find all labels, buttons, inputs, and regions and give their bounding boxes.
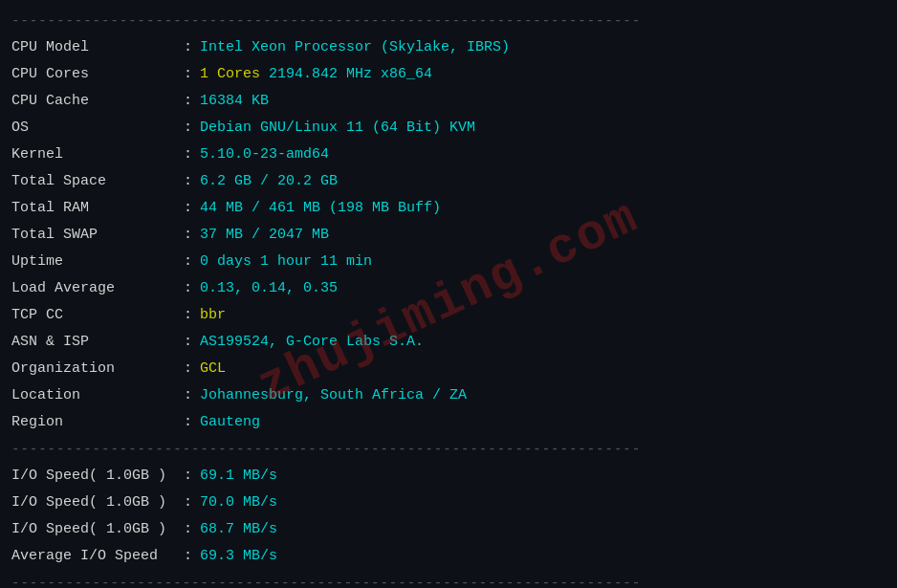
io-speed-2-label: I/O Speed( 1.0GB ) bbox=[11, 491, 184, 514]
io-speed-1-label: I/O Speed( 1.0GB ) bbox=[11, 465, 184, 488]
table-row: ASN & ISP : AS199524, G-Core Labs S.A. bbox=[11, 329, 886, 356]
table-row: CPU Cache : 16384 KB bbox=[11, 88, 886, 115]
divider-top: ----------------------------------------… bbox=[11, 13, 886, 29]
table-row: Location : Johannesburg, South Africa / … bbox=[11, 382, 886, 409]
total-swap-value: 37 MB / 2047 MB bbox=[200, 224, 329, 247]
cpu-cores-value-2: 2194.842 MHz x86_64 bbox=[269, 63, 432, 86]
table-row: Load Average : 0.13, 0.14, 0.35 bbox=[11, 275, 886, 302]
total-ram-value: 44 MB / 461 MB (198 MB Buff) bbox=[200, 197, 441, 220]
cpu-cores-label: CPU Cores bbox=[11, 63, 184, 86]
table-row: CPU Model : Intel Xeon Processor (Skylak… bbox=[11, 34, 886, 61]
region-label: Region bbox=[11, 411, 184, 434]
total-swap-label: Total SWAP bbox=[11, 224, 184, 247]
total-space-value: 6.2 GB / 20.2 GB bbox=[200, 170, 338, 193]
divider-mid: ----------------------------------------… bbox=[11, 442, 886, 457]
table-row: Region : Gauteng bbox=[11, 409, 886, 436]
location-label: Location bbox=[11, 384, 184, 407]
cpu-cache-value: 16384 KB bbox=[200, 90, 269, 113]
table-row: CPU Cores : 1 Cores 2194.842 MHz x86_64 bbox=[11, 61, 886, 88]
cpu-cache-label: CPU Cache bbox=[11, 90, 184, 113]
cpu-cores-value-1: 1 Cores bbox=[200, 63, 269, 86]
main-container: ----------------------------------------… bbox=[0, 0, 897, 588]
table-row: Organization : GCL bbox=[11, 356, 886, 382]
organization-label: Organization bbox=[11, 358, 184, 381]
kernel-label: Kernel bbox=[11, 143, 184, 166]
cpu-model-label: CPU Model bbox=[11, 36, 184, 59]
divider-bottom: ----------------------------------------… bbox=[11, 576, 886, 588]
region-value: Gauteng bbox=[200, 411, 260, 434]
total-space-label: Total Space bbox=[11, 170, 184, 193]
total-ram-label: Total RAM bbox=[11, 197, 184, 220]
uptime-value: 0 days 1 hour 11 min bbox=[200, 250, 372, 273]
tcp-cc-label: TCP CC bbox=[11, 304, 184, 327]
kernel-value: 5.10.0-23-amd64 bbox=[200, 143, 329, 166]
table-row: Uptime : 0 days 1 hour 11 min bbox=[11, 249, 886, 275]
tcp-cc-value: bbr bbox=[200, 304, 226, 327]
table-row: I/O Speed( 1.0GB ) : 68.7 MB/s bbox=[11, 516, 886, 543]
table-row: I/O Speed( 1.0GB ) : 69.1 MB/s bbox=[11, 463, 886, 490]
uptime-label: Uptime bbox=[11, 250, 184, 273]
load-average-value: 0.13, 0.14, 0.35 bbox=[200, 277, 338, 300]
system-info-section: CPU Model : Intel Xeon Processor (Skylak… bbox=[11, 34, 886, 436]
avg-io-speed-label: Average I/O Speed bbox=[11, 545, 184, 568]
table-row: Total SWAP : 37 MB / 2047 MB bbox=[11, 222, 886, 249]
table-row: TCP CC : bbr bbox=[11, 302, 886, 329]
io-speed-2-value: 70.0 MB/s bbox=[200, 491, 277, 514]
io-speed-1-value: 69.1 MB/s bbox=[200, 465, 277, 488]
load-average-label: Load Average bbox=[11, 277, 184, 300]
location-value: Johannesburg, South Africa / ZA bbox=[200, 384, 467, 407]
asn-isp-label: ASN & ISP bbox=[11, 331, 184, 354]
cpu-model-value: Intel Xeon Processor (Skylake, IBRS) bbox=[200, 36, 510, 59]
table-row: Total Space : 6.2 GB / 20.2 GB bbox=[11, 168, 886, 195]
organization-value: GCL bbox=[200, 358, 226, 381]
io-speed-section: I/O Speed( 1.0GB ) : 69.1 MB/s I/O Speed… bbox=[11, 463, 886, 570]
io-speed-3-label: I/O Speed( 1.0GB ) bbox=[11, 518, 184, 541]
table-row: Kernel : 5.10.0-23-amd64 bbox=[11, 142, 886, 168]
avg-io-speed-value: 69.3 MB/s bbox=[200, 545, 277, 568]
os-label: OS bbox=[11, 117, 184, 140]
io-speed-3-value: 68.7 MB/s bbox=[200, 518, 277, 541]
table-row: Total RAM : 44 MB / 461 MB (198 MB Buff) bbox=[11, 195, 886, 222]
os-value: Debian GNU/Linux 11 (64 Bit) KVM bbox=[200, 117, 475, 140]
asn-isp-value: AS199524, G-Core Labs S.A. bbox=[200, 331, 424, 354]
table-row: OS : Debian GNU/Linux 11 (64 Bit) KVM bbox=[11, 115, 886, 142]
table-row: Average I/O Speed : 69.3 MB/s bbox=[11, 543, 886, 570]
table-row: I/O Speed( 1.0GB ) : 70.0 MB/s bbox=[11, 490, 886, 516]
